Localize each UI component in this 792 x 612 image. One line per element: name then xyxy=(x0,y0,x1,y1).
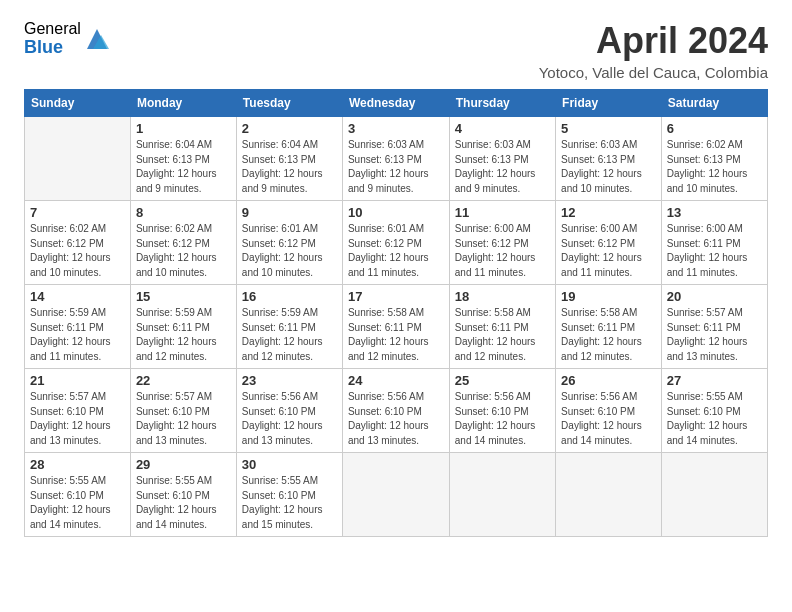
daylight-text-line1: Daylight: 12 hours xyxy=(136,335,231,350)
calendar-cell: 1Sunrise: 6:04 AMSunset: 6:13 PMDaylight… xyxy=(130,117,236,201)
sunrise-text: Sunrise: 6:04 AM xyxy=(242,138,337,153)
day-number: 7 xyxy=(30,205,125,220)
calendar-cell: 4Sunrise: 6:03 AMSunset: 6:13 PMDaylight… xyxy=(449,117,555,201)
calendar-cell xyxy=(556,453,662,537)
daylight-text-line1: Daylight: 12 hours xyxy=(136,251,231,266)
daylight-text-line2: and 10 minutes. xyxy=(136,266,231,281)
day-number: 28 xyxy=(30,457,125,472)
sunset-text: Sunset: 6:13 PM xyxy=(561,153,656,168)
daylight-text-line2: and 11 minutes. xyxy=(30,350,125,365)
daylight-text-line2: and 10 minutes. xyxy=(561,182,656,197)
day-number: 10 xyxy=(348,205,444,220)
day-info: Sunrise: 6:02 AMSunset: 6:12 PMDaylight:… xyxy=(136,222,231,280)
sunset-text: Sunset: 6:11 PM xyxy=(136,321,231,336)
sunset-text: Sunset: 6:10 PM xyxy=(242,405,337,420)
sunset-text: Sunset: 6:10 PM xyxy=(242,489,337,504)
weekday-header-row: SundayMondayTuesdayWednesdayThursdayFrid… xyxy=(25,90,768,117)
daylight-text-line2: and 14 minutes. xyxy=(30,518,125,533)
day-info: Sunrise: 6:04 AMSunset: 6:13 PMDaylight:… xyxy=(136,138,231,196)
calendar-cell: 15Sunrise: 5:59 AMSunset: 6:11 PMDayligh… xyxy=(130,285,236,369)
weekday-header-monday: Monday xyxy=(130,90,236,117)
day-info: Sunrise: 5:57 AMSunset: 6:10 PMDaylight:… xyxy=(136,390,231,448)
calendar-cell: 2Sunrise: 6:04 AMSunset: 6:13 PMDaylight… xyxy=(236,117,342,201)
sunset-text: Sunset: 6:10 PM xyxy=(30,405,125,420)
sunrise-text: Sunrise: 6:01 AM xyxy=(242,222,337,237)
day-number: 25 xyxy=(455,373,550,388)
day-info: Sunrise: 6:01 AMSunset: 6:12 PMDaylight:… xyxy=(242,222,337,280)
calendar-cell xyxy=(449,453,555,537)
daylight-text-line1: Daylight: 12 hours xyxy=(348,335,444,350)
calendar-cell: 8Sunrise: 6:02 AMSunset: 6:12 PMDaylight… xyxy=(130,201,236,285)
sunset-text: Sunset: 6:13 PM xyxy=(136,153,231,168)
calendar-cell: 28Sunrise: 5:55 AMSunset: 6:10 PMDayligh… xyxy=(25,453,131,537)
sunset-text: Sunset: 6:12 PM xyxy=(348,237,444,252)
calendar-cell: 22Sunrise: 5:57 AMSunset: 6:10 PMDayligh… xyxy=(130,369,236,453)
calendar-cell: 21Sunrise: 5:57 AMSunset: 6:10 PMDayligh… xyxy=(25,369,131,453)
daylight-text-line1: Daylight: 12 hours xyxy=(136,419,231,434)
week-row-4: 21Sunrise: 5:57 AMSunset: 6:10 PMDayligh… xyxy=(25,369,768,453)
weekday-header-friday: Friday xyxy=(556,90,662,117)
day-number: 4 xyxy=(455,121,550,136)
location-title: Yotoco, Valle del Cauca, Colombia xyxy=(539,64,768,81)
sunrise-text: Sunrise: 5:56 AM xyxy=(348,390,444,405)
daylight-text-line2: and 12 minutes. xyxy=(348,350,444,365)
day-number: 22 xyxy=(136,373,231,388)
day-number: 11 xyxy=(455,205,550,220)
daylight-text-line1: Daylight: 12 hours xyxy=(136,503,231,518)
calendar-cell: 29Sunrise: 5:55 AMSunset: 6:10 PMDayligh… xyxy=(130,453,236,537)
sunrise-text: Sunrise: 5:59 AM xyxy=(242,306,337,321)
day-info: Sunrise: 5:59 AMSunset: 6:11 PMDaylight:… xyxy=(136,306,231,364)
day-info: Sunrise: 5:55 AMSunset: 6:10 PMDaylight:… xyxy=(136,474,231,532)
calendar-cell: 10Sunrise: 6:01 AMSunset: 6:12 PMDayligh… xyxy=(342,201,449,285)
sunset-text: Sunset: 6:11 PM xyxy=(242,321,337,336)
daylight-text-line1: Daylight: 12 hours xyxy=(561,251,656,266)
sunset-text: Sunset: 6:12 PM xyxy=(455,237,550,252)
daylight-text-line1: Daylight: 12 hours xyxy=(242,503,337,518)
calendar-cell: 24Sunrise: 5:56 AMSunset: 6:10 PMDayligh… xyxy=(342,369,449,453)
daylight-text-line2: and 12 minutes. xyxy=(136,350,231,365)
daylight-text-line1: Daylight: 12 hours xyxy=(455,167,550,182)
sunset-text: Sunset: 6:11 PM xyxy=(455,321,550,336)
day-info: Sunrise: 6:03 AMSunset: 6:13 PMDaylight:… xyxy=(348,138,444,196)
sunrise-text: Sunrise: 6:03 AM xyxy=(348,138,444,153)
daylight-text-line1: Daylight: 12 hours xyxy=(242,167,337,182)
logo-general: General xyxy=(24,20,81,38)
calendar-cell: 23Sunrise: 5:56 AMSunset: 6:10 PMDayligh… xyxy=(236,369,342,453)
calendar-cell: 25Sunrise: 5:56 AMSunset: 6:10 PMDayligh… xyxy=(449,369,555,453)
title-area: April 2024 Yotoco, Valle del Cauca, Colo… xyxy=(539,20,768,81)
sunset-text: Sunset: 6:12 PM xyxy=(136,237,231,252)
day-number: 30 xyxy=(242,457,337,472)
day-number: 15 xyxy=(136,289,231,304)
day-number: 27 xyxy=(667,373,762,388)
sunset-text: Sunset: 6:12 PM xyxy=(30,237,125,252)
sunrise-text: Sunrise: 5:55 AM xyxy=(242,474,337,489)
sunset-text: Sunset: 6:10 PM xyxy=(30,489,125,504)
day-info: Sunrise: 6:03 AMSunset: 6:13 PMDaylight:… xyxy=(561,138,656,196)
daylight-text-line1: Daylight: 12 hours xyxy=(455,335,550,350)
day-info: Sunrise: 5:57 AMSunset: 6:11 PMDaylight:… xyxy=(667,306,762,364)
sunrise-text: Sunrise: 5:55 AM xyxy=(30,474,125,489)
week-row-2: 7Sunrise: 6:02 AMSunset: 6:12 PMDaylight… xyxy=(25,201,768,285)
daylight-text-line2: and 9 minutes. xyxy=(136,182,231,197)
sunset-text: Sunset: 6:11 PM xyxy=(561,321,656,336)
calendar-cell: 14Sunrise: 5:59 AMSunset: 6:11 PMDayligh… xyxy=(25,285,131,369)
calendar-cell: 12Sunrise: 6:00 AMSunset: 6:12 PMDayligh… xyxy=(556,201,662,285)
daylight-text-line1: Daylight: 12 hours xyxy=(667,251,762,266)
day-number: 5 xyxy=(561,121,656,136)
daylight-text-line1: Daylight: 12 hours xyxy=(242,335,337,350)
calendar-cell: 6Sunrise: 6:02 AMSunset: 6:13 PMDaylight… xyxy=(661,117,767,201)
day-number: 18 xyxy=(455,289,550,304)
sunrise-text: Sunrise: 5:56 AM xyxy=(455,390,550,405)
sunrise-text: Sunrise: 5:55 AM xyxy=(136,474,231,489)
daylight-text-line2: and 9 minutes. xyxy=(242,182,337,197)
daylight-text-line1: Daylight: 12 hours xyxy=(455,419,550,434)
weekday-header-saturday: Saturday xyxy=(661,90,767,117)
weekday-header-sunday: Sunday xyxy=(25,90,131,117)
calendar-cell: 27Sunrise: 5:55 AMSunset: 6:10 PMDayligh… xyxy=(661,369,767,453)
sunset-text: Sunset: 6:10 PM xyxy=(136,489,231,504)
sunrise-text: Sunrise: 5:59 AM xyxy=(136,306,231,321)
sunset-text: Sunset: 6:10 PM xyxy=(561,405,656,420)
sunset-text: Sunset: 6:11 PM xyxy=(30,321,125,336)
daylight-text-line1: Daylight: 12 hours xyxy=(30,251,125,266)
weekday-header-tuesday: Tuesday xyxy=(236,90,342,117)
